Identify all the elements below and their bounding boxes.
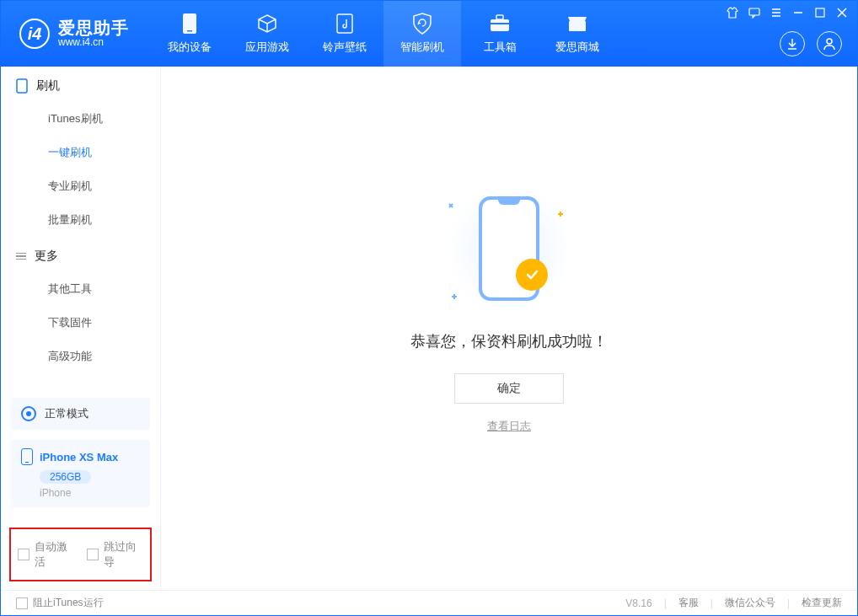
- menu-icon[interactable]: [770, 6, 783, 19]
- tab-ringtones-wallpapers[interactable]: 铃声壁纸: [306, 1, 383, 67]
- device-mode-card[interactable]: 正常模式: [11, 398, 150, 430]
- svg-point-15: [827, 39, 832, 44]
- svg-rect-3: [491, 19, 509, 31]
- success-illustration: [450, 190, 568, 308]
- tab-store[interactable]: 爱思商城: [539, 1, 616, 67]
- device-name: iPhone XS Max: [40, 451, 118, 463]
- checkbox[interactable]: [16, 597, 28, 609]
- checkbox[interactable]: [18, 549, 29, 560]
- option-auto-activate[interactable]: 自动激活: [18, 539, 75, 570]
- app-title: 爱思助手: [58, 19, 129, 37]
- main-content: 恭喜您，保资料刷机成功啦！ 确定 查看日志: [161, 67, 857, 590]
- tab-smart-flash[interactable]: 智能刷机: [383, 1, 461, 67]
- sidebar-section-more: 更多: [1, 237, 160, 272]
- version-label: V8.16: [625, 597, 652, 609]
- footer-link-wechat[interactable]: 微信公众号: [725, 596, 775, 610]
- feedback-icon[interactable]: [748, 6, 761, 19]
- sidebar-item-advanced[interactable]: 高级功能: [1, 340, 160, 373]
- tab-my-device[interactable]: 我的设备: [151, 1, 228, 67]
- svg-rect-1: [187, 30, 192, 32]
- footer-link-update[interactable]: 检查更新: [802, 596, 842, 610]
- sidebar-item-other-tools[interactable]: 其他工具: [1, 272, 160, 306]
- tab-apps-games[interactable]: 应用游戏: [228, 1, 306, 67]
- device-type: iPhone: [40, 487, 140, 499]
- phone-outline-icon: [16, 78, 28, 94]
- user-icon[interactable]: [817, 31, 842, 56]
- device-storage: 256GB: [40, 470, 91, 484]
- mode-indicator-icon: [21, 406, 36, 421]
- body: 刷机 iTunes刷机 一键刷机 专业刷机 批量刷机 更多 其他工具 下载固件 …: [1, 67, 857, 590]
- app-subtitle: www.i4.cn: [58, 37, 129, 48]
- minimize-button[interactable]: [791, 6, 805, 19]
- shirt-icon[interactable]: [726, 6, 739, 19]
- sidebar-section-flash: 刷机: [1, 67, 160, 102]
- maximize-button[interactable]: [813, 6, 827, 19]
- header-actions: [780, 31, 842, 56]
- app-header: i4 爱思助手 www.i4.cn 我的设备 应用游戏 铃声壁纸 智能刷机 工具…: [1, 1, 857, 67]
- sidebar-item-batch-flash[interactable]: 批量刷机: [1, 203, 160, 237]
- store-icon: [566, 13, 588, 35]
- cube-icon: [257, 13, 277, 35]
- svg-rect-2: [337, 14, 352, 33]
- device-card[interactable]: iPhone XS Max 256GB iPhone: [11, 440, 150, 507]
- close-button[interactable]: [835, 6, 849, 19]
- shield-refresh-icon: [412, 13, 432, 35]
- success-message: 恭喜您，保资料刷机成功啦！: [410, 331, 608, 351]
- flash-options-highlighted: 自动激活 跳过向导: [9, 528, 152, 581]
- footer-block-itunes[interactable]: 阻止iTunes运行: [16, 596, 104, 610]
- svg-rect-16: [17, 79, 27, 93]
- sidebar-item-oneclick-flash[interactable]: 一键刷机: [1, 136, 160, 169]
- device-phone-icon: [21, 448, 33, 465]
- check-icon: [516, 259, 548, 291]
- toolbox-icon: [489, 13, 511, 35]
- app-logo: i4 爱思助手 www.i4.cn: [1, 1, 144, 67]
- sidebar-item-pro-flash[interactable]: 专业刷机: [1, 169, 160, 203]
- download-icon[interactable]: [780, 31, 805, 56]
- logo-icon: i4: [19, 19, 50, 49]
- option-skip-guide[interactable]: 跳过向导: [87, 539, 144, 570]
- footer: 阻止iTunes运行 V8.16 | 客服 | 微信公众号 | 检查更新: [1, 590, 857, 615]
- nav-tabs: 我的设备 应用游戏 铃声壁纸 智能刷机 工具箱 爱思商城: [151, 1, 616, 67]
- music-file-icon: [335, 13, 354, 35]
- list-icon: [16, 253, 26, 260]
- sidebar-item-itunes-flash[interactable]: iTunes刷机: [1, 102, 160, 136]
- window-controls: [726, 6, 849, 19]
- svg-rect-7: [749, 8, 759, 15]
- sidebar-item-download-firmware[interactable]: 下载固件: [1, 306, 160, 340]
- view-log-link[interactable]: 查看日志: [487, 419, 531, 434]
- phone-graphic: [479, 196, 539, 301]
- tab-toolbox[interactable]: 工具箱: [461, 1, 539, 67]
- footer-link-support[interactable]: 客服: [678, 596, 699, 610]
- svg-rect-6: [569, 21, 586, 31]
- phone-icon: [182, 13, 197, 35]
- checkbox[interactable]: [87, 549, 99, 560]
- svg-rect-5: [491, 23, 509, 24]
- svg-rect-12: [816, 8, 824, 17]
- confirm-button[interactable]: 确定: [454, 373, 564, 404]
- svg-rect-4: [496, 15, 503, 19]
- sidebar: 刷机 iTunes刷机 一键刷机 专业刷机 批量刷机 更多 其他工具 下载固件 …: [1, 67, 161, 590]
